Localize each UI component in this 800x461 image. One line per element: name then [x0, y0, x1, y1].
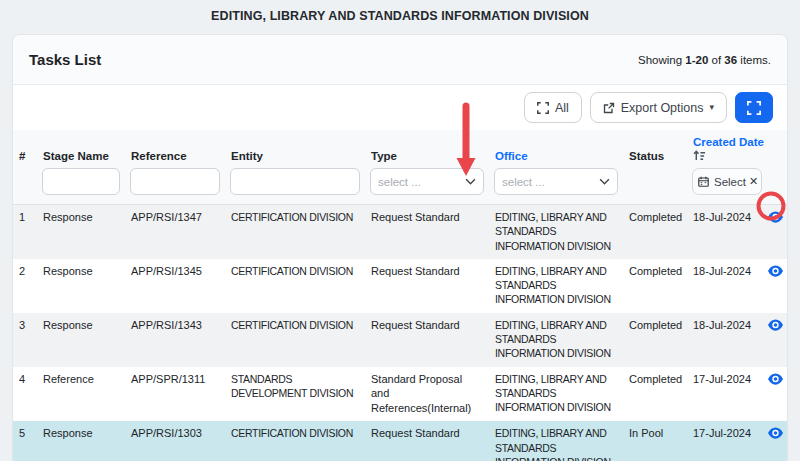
col-header-status: Status: [623, 130, 687, 164]
reference-cell: APP/RSI/1303: [125, 421, 225, 461]
type-cell: Request Standard: [365, 259, 489, 313]
col-header-stage-name: Stage Name: [37, 130, 125, 164]
row-number: 4: [13, 367, 37, 422]
sort-amount-icon[interactable]: [693, 150, 755, 162]
page-title: EDITING, LIBRARY AND STANDARDS INFORMATI…: [0, 0, 800, 23]
calendar-icon: [698, 176, 709, 187]
summary-suffix: items.: [740, 54, 771, 66]
office-cell: EDITING, LIBRARY AND STANDARDS INFORMATI…: [489, 367, 623, 422]
filter-cell-status: [623, 164, 687, 205]
type-cell: Request Standard: [365, 205, 489, 259]
view-task-button[interactable]: [767, 264, 784, 278]
external-link-icon: [603, 102, 615, 114]
col-header-created-date[interactable]: Created Date: [687, 130, 761, 164]
stage-name-filter-input[interactable]: [42, 168, 120, 195]
table-row[interactable]: 2 Response APP/RSI/1345 CERTIFICATION DI…: [13, 259, 787, 313]
table-row[interactable]: 3 Response APP/RSI/1343 CERTIFICATION DI…: [13, 313, 787, 367]
entity-cell: STANDARDS DEVELOPMENT DIVISION: [225, 367, 365, 422]
filter-cell-actions: [761, 164, 787, 205]
date-picker-label: Select: [714, 176, 746, 188]
row-number: 5: [13, 421, 37, 461]
eye-icon: [768, 211, 783, 226]
expand-corners-icon: [537, 102, 549, 114]
reference-cell: APP/RSI/1345: [125, 259, 225, 313]
summary-prefix: Showing: [638, 54, 682, 66]
type-cell: Standard Proposal and References(Interna…: [365, 367, 489, 422]
chevron-down-icon: [465, 178, 476, 185]
card-header: Tasks List Showing 1-20 of 36 items.: [13, 35, 787, 85]
summary-total: 36: [724, 54, 737, 66]
chevron-down-icon: [599, 178, 610, 185]
reference-cell: APP/RSI/1347: [125, 205, 225, 259]
row-number: 3: [13, 313, 37, 367]
row-number: 2: [13, 259, 37, 313]
export-options-button[interactable]: Export Options ▾: [590, 92, 727, 123]
type-cell: Request Standard: [365, 313, 489, 367]
eye-icon: [768, 427, 783, 442]
type-select-placeholder: select ...: [378, 176, 421, 188]
office-filter-select[interactable]: select ...: [494, 168, 618, 195]
reference-filter-input[interactable]: [130, 168, 220, 195]
col-header-actions: [761, 130, 787, 164]
reference-cell: APP/SPR/1311: [125, 367, 225, 422]
view-task-button[interactable]: [767, 210, 784, 224]
stage-name-cell: Response: [37, 259, 125, 313]
status-cell: Completed: [623, 313, 687, 367]
stage-name-cell: Response: [37, 313, 125, 367]
eye-icon: [768, 319, 783, 334]
table-row-selected[interactable]: 5 Response APP/RSI/1303 CERTIFICATION DI…: [13, 421, 787, 461]
office-cell: EDITING, LIBRARY AND STANDARDS INFORMATI…: [489, 259, 623, 313]
type-filter-select[interactable]: select ...: [370, 168, 484, 195]
table-row[interactable]: 1 Response APP/RSI/1347 CERTIFICATION DI…: [13, 205, 787, 259]
tasks-table: # Stage Name Reference Entity Type Offic…: [13, 130, 787, 461]
created-date-cell: 18-Jul-2024: [687, 205, 761, 259]
fullscreen-button[interactable]: [735, 92, 773, 123]
office-cell: EDITING, LIBRARY AND STANDARDS INFORMATI…: [489, 205, 623, 259]
tasks-list-card: Tasks List Showing 1-20 of 36 items. All: [12, 34, 788, 461]
eye-icon: [768, 373, 783, 388]
filter-cell-number: [13, 164, 37, 205]
caret-down-icon: ▾: [709, 103, 714, 112]
status-cell: In Pool: [623, 421, 687, 461]
card-title: Tasks List: [29, 51, 101, 68]
col-header-entity: Entity: [225, 130, 365, 164]
toolbar: All Export Options ▾: [13, 85, 787, 130]
col-header-reference: Reference: [125, 130, 225, 164]
stage-name-cell: Reference: [37, 367, 125, 422]
eye-icon: [768, 265, 783, 280]
entity-filter-input[interactable]: [230, 168, 360, 195]
reference-cell: APP/RSI/1343: [125, 313, 225, 367]
stage-name-cell: Response: [37, 205, 125, 259]
view-task-button[interactable]: [767, 426, 784, 440]
created-date-range-picker[interactable]: Select ✕: [692, 168, 762, 195]
office-cell: EDITING, LIBRARY AND STANDARDS INFORMATI…: [489, 421, 623, 461]
filter-row: select ... select ...: [13, 164, 787, 205]
status-cell: Completed: [623, 367, 687, 422]
created-date-cell: 17-Jul-2024: [687, 367, 761, 422]
clear-date-icon[interactable]: ✕: [749, 175, 758, 188]
summary-range: 1-20: [685, 54, 708, 66]
row-number: 1: [13, 205, 37, 259]
col-header-office[interactable]: Office: [489, 130, 623, 164]
office-cell: EDITING, LIBRARY AND STANDARDS INFORMATI…: [489, 313, 623, 367]
stage-name-cell: Response: [37, 421, 125, 461]
entity-cell: CERTIFICATION DIVISION: [225, 421, 365, 461]
office-select-placeholder: select ...: [502, 176, 545, 188]
created-date-cell: 18-Jul-2024: [687, 259, 761, 313]
summary-of: of: [712, 54, 722, 66]
fullscreen-icon: [747, 101, 761, 115]
view-task-button[interactable]: [767, 318, 784, 332]
table-row[interactable]: 4 Reference APP/SPR/1311 STANDARDS DEVEL…: [13, 367, 787, 422]
created-date-cell: 17-Jul-2024: [687, 421, 761, 461]
col-header-type: Type: [365, 130, 489, 164]
created-date-cell: 18-Jul-2024: [687, 313, 761, 367]
view-task-button[interactable]: [767, 372, 784, 386]
created-date-label: Created Date: [693, 136, 755, 148]
col-header-number: #: [13, 130, 37, 164]
header-row: # Stage Name Reference Entity Type Offic…: [13, 130, 787, 164]
type-cell: Request Standard: [365, 421, 489, 461]
status-cell: Completed: [623, 205, 687, 259]
select-all-button[interactable]: All: [524, 92, 582, 123]
export-options-label: Export Options: [621, 101, 704, 115]
entity-cell: CERTIFICATION DIVISION: [225, 259, 365, 313]
